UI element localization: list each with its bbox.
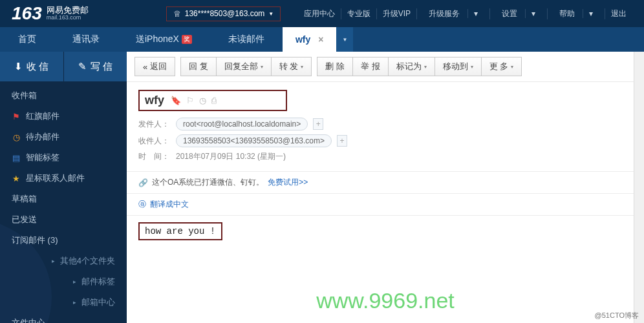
tab-bar: 首页 通讯录 送iPhoneX 奖 未读邮件 wfy × ▼: [0, 27, 644, 52]
logo-domain: mail.163.com: [47, 15, 89, 21]
clock-outline-icon[interactable]: ◷: [199, 96, 206, 105]
chevron-down-icon: ▼: [268, 11, 274, 17]
sidebar-item-inbox[interactable]: 收件箱: [0, 85, 127, 106]
back-button[interactable]: «返回: [134, 57, 175, 76]
tab-current-mail[interactable]: wfy ×: [283, 27, 337, 52]
top-bar: 163 网易免费邮 mail.163.com ♕ 136****8503@163…: [0, 0, 644, 27]
add-recipient-button[interactable]: +: [337, 135, 347, 147]
sidebar-item-todo[interactable]: ◷待办邮件: [0, 127, 127, 147]
sidebar-item-mail-center[interactable]: ▸邮箱中心: [0, 292, 127, 313]
chevron-down-icon: ▼: [343, 37, 348, 43]
watermark: www.9969.net: [316, 288, 455, 313]
sidebar-item-drafts[interactable]: 草稿箱: [0, 189, 127, 209]
receive-mail-button[interactable]: ⬇收 信: [0, 52, 64, 81]
star-icon: ★: [12, 174, 21, 183]
reply-all-button[interactable]: 回复全部▾: [217, 57, 272, 76]
tab-home[interactable]: 首页: [0, 27, 54, 52]
to-label: 收件人：: [138, 136, 171, 147]
nav-app-center[interactable]: 应用中心: [298, 8, 341, 19]
add-sender-button[interactable]: +: [313, 118, 323, 130]
sidebar-item-file-center[interactable]: 文件中心: [0, 313, 127, 323]
print-icon[interactable]: ⎙: [211, 96, 217, 105]
sidebar-item-mail-tags[interactable]: ▸邮件标签: [0, 271, 127, 292]
forward-button[interactable]: 转 发▾: [272, 57, 312, 76]
top-links: 应用中心 专业版 升级VIP 升级服务▾ 设置▾ 帮助▾ 退出: [298, 8, 632, 19]
chevron-down-icon: ▾: [261, 64, 263, 70]
footer-credit: @51CTO博客: [595, 311, 639, 320]
tab-current-label: wfy: [295, 34, 310, 45]
link-icon: 🔗: [138, 178, 148, 187]
tab-unread[interactable]: 未读邮件: [210, 27, 283, 52]
tab-overflow-dropdown[interactable]: ▼: [336, 27, 353, 52]
user-email: 136****8503@163.com: [185, 9, 265, 18]
sidebar: ⬇收 信 ✎写 信 收件箱 ⚑红旗邮件 ◷待办邮件 ▤智能标签 ★星标联系人邮件…: [0, 52, 127, 323]
sidebar-item-starred[interactable]: ★星标联系人邮件: [0, 168, 127, 189]
delete-button[interactable]: 删 除: [317, 57, 353, 76]
folder-list: 收件箱 ⚑红旗邮件 ◷待办邮件 ▤智能标签 ★星标联系人邮件 草稿箱 已发送 订…: [0, 81, 127, 323]
prize-badge-icon: 奖: [182, 35, 192, 44]
caret-right-icon: ▸: [73, 278, 76, 285]
bookmark-icon[interactable]: 🔖: [171, 96, 181, 105]
translate-icon: ⓐ: [138, 199, 146, 210]
logo-title: 网易免费邮: [47, 6, 89, 15]
reply-button[interactable]: 回 复: [180, 57, 217, 76]
mail-toolbar: «返回 回 复 回复全部▾ 转 发▾ 删 除 举 报 标记为▾ 移动到▾ 更 多…: [127, 52, 644, 82]
flag-icon: ⚑: [12, 112, 21, 121]
tab-iphone-label: 送iPhoneX: [136, 34, 179, 45]
nav-pro[interactable]: 专业版: [341, 8, 376, 19]
nav-premium[interactable]: 升级服务▾: [416, 8, 489, 19]
chevron-down-icon: ▾: [424, 64, 427, 70]
more-button[interactable]: 更 多▾: [482, 57, 522, 76]
mail-timestamp: 2018年07月09日 10:32 (星期一): [176, 151, 286, 162]
sender-pill[interactable]: root<root@localhost.localdomain>: [176, 118, 308, 130]
chevron-down-icon: ▾: [467, 9, 484, 18]
logo-subtitle: 网易免费邮 mail.163.com: [47, 6, 89, 21]
download-icon: ⬇: [14, 61, 23, 72]
crown-icon: ♕: [173, 9, 181, 19]
subject-row: wfy 🔖 ⚐ ◷ ⎙: [138, 90, 287, 111]
logo-163: 163: [12, 5, 42, 23]
user-account-dropdown[interactable]: ♕ 136****8503@163.com ▼: [166, 6, 281, 21]
caret-right-icon: ▸: [52, 258, 55, 264]
mail-body-area: how are you !: [127, 216, 644, 247]
flag-outline-icon[interactable]: ⚐: [186, 96, 194, 105]
sidebar-item-sent[interactable]: 已发送: [0, 209, 127, 230]
compose-mail-button[interactable]: ✎写 信: [64, 52, 127, 81]
tab-iphone-promo[interactable]: 送iPhoneX 奖: [118, 27, 210, 52]
chevron-down-icon: ▾: [525, 9, 541, 18]
time-label: 时 间：: [138, 151, 171, 162]
translate-button[interactable]: ⓐ 翻译成中文: [127, 194, 644, 216]
move-to-button[interactable]: 移动到▾: [435, 57, 482, 76]
scrollbar[interactable]: [634, 52, 644, 323]
clock-icon: ◷: [12, 132, 21, 142]
nav-vip[interactable]: 升级VIP: [376, 8, 416, 19]
sidebar-item-other-folders[interactable]: ▸其他4个文件夹: [0, 251, 127, 271]
promo-link[interactable]: 免费试用>>: [268, 177, 308, 188]
close-icon[interactable]: ×: [318, 34, 323, 45]
from-label: 发件人：: [138, 119, 171, 130]
mail-header: wfy 🔖 ⚐ ◷ ⎙ 发件人： root<root@localhost.loc…: [127, 82, 644, 172]
chevron-down-icon: ▾: [301, 64, 303, 70]
list-icon: ▤: [12, 153, 21, 163]
report-button[interactable]: 举 报: [353, 57, 389, 76]
mail-body-text: how are you !: [138, 222, 222, 240]
back-icon: «: [143, 62, 147, 72]
promo-banner: 🔗 这个OA系统已打通微信、钉钉。 免费试用>>: [127, 172, 644, 194]
nav-logout[interactable]: 退出: [605, 8, 632, 19]
sidebar-item-flagged[interactable]: ⚑红旗邮件: [0, 106, 127, 127]
chevron-down-icon: ▾: [511, 64, 513, 70]
promo-text: 这个OA系统已打通微信、钉钉。: [152, 177, 264, 188]
nav-help[interactable]: 帮助▾: [547, 8, 605, 19]
chevron-down-icon: ▾: [583, 9, 599, 18]
sidebar-item-smart-tags[interactable]: ▤智能标签: [0, 147, 127, 168]
mail-content: «返回 回 复 回复全部▾ 转 发▾ 删 除 举 报 标记为▾ 移动到▾ 更 多…: [127, 52, 644, 323]
chevron-down-icon: ▾: [471, 64, 473, 70]
mail-subject: wfy: [145, 94, 164, 107]
mark-as-button[interactable]: 标记为▾: [389, 57, 435, 76]
recipient-pill[interactable]: 13693558503<13693558503@163.com>: [176, 134, 332, 147]
sidebar-item-subscriptions[interactable]: 订阅邮件 (3): [0, 230, 127, 251]
edit-icon: ✎: [78, 61, 87, 72]
tab-contacts[interactable]: 通讯录: [54, 27, 118, 52]
caret-right-icon: ▸: [73, 299, 76, 306]
nav-settings[interactable]: 设置▾: [489, 8, 547, 19]
